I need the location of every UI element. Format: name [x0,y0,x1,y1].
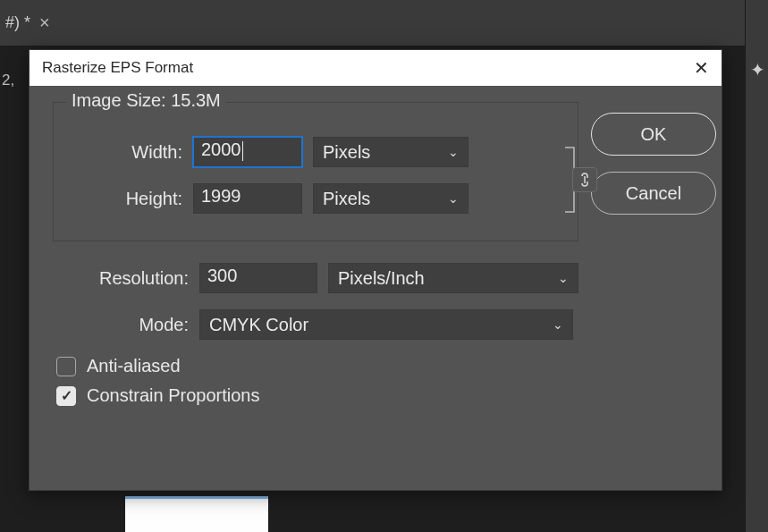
image-size-legend: Image Size: 15.3M [66,90,226,111]
right-toolbar: ✦ [745,0,768,532]
constrain-checkbox[interactable]: ✓ [56,386,76,406]
chevron-down-icon: ⌄ [448,145,459,159]
constrain-checkbox-row[interactable]: ✓ Constrain Proportions [56,385,578,406]
width-input[interactable]: 2000 [193,137,302,167]
width-label: Width: [70,142,182,163]
dialog-titlebar: Rasterize EPS Format ✕ [30,50,722,86]
chevron-down-icon: ⌄ [558,271,569,285]
ruler-fragment: 2, [2,72,14,89]
antialiased-checkbox-row[interactable]: Anti-aliased [56,356,578,376]
tab-bar: #) * × [0,0,768,46]
image-size-group: Image Size: 15.3M Width: 2000 Pixels ⌄ H… [53,102,578,241]
close-icon[interactable]: ✕ [677,57,709,79]
rasterize-dialog: Rasterize EPS Format ✕ Image Size: 15.3M… [29,49,722,491]
chevron-down-icon: ⌄ [553,317,563,332]
cancel-button[interactable]: Cancel [591,172,716,215]
sparkle-icon[interactable]: ✦ [750,59,765,80]
resolution-label: Resolution: [53,268,189,289]
height-label: Height: [70,189,182,209]
height-input[interactable]: 1999 [193,183,302,214]
tab-close-icon[interactable]: × [39,13,50,33]
dialog-title: Rasterize EPS Format [42,59,193,77]
antialiased-checkbox[interactable] [56,357,76,376]
height-unit-select[interactable]: Pixels ⌄ [313,183,468,214]
link-icon[interactable] [572,167,597,192]
ok-button[interactable]: OK [591,113,716,156]
mode-select[interactable]: CMYK Color ⌄ [199,309,573,340]
resolution-input[interactable]: 300 [199,263,317,293]
check-icon: ✓ [61,387,72,404]
chevron-down-icon: ⌄ [448,191,459,206]
width-unit-select[interactable]: Pixels ⌄ [313,137,468,167]
document-tab[interactable]: #) * [0,13,36,32]
canvas-fragment [125,496,268,532]
resolution-unit-select[interactable]: Pixels/Inch ⌄ [328,263,578,293]
constrain-label: Constrain Proportions [87,385,259,406]
mode-label: Mode: [53,315,189,335]
antialiased-label: Anti-aliased [87,356,181,376]
